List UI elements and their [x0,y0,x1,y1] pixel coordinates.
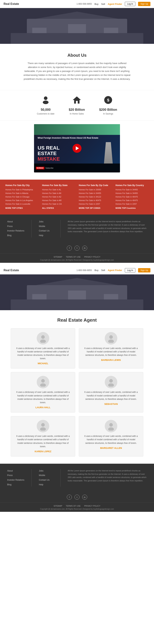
video-container[interactable]: What Foreign Investors Should Know About… [34,124,120,172]
city-link-2[interactable]: Homes For Sale in Chicago [5,195,39,199]
sitemap-link[interactable]: SITEMAP [54,256,62,258]
footer-contact-p2[interactable]: Contact Us [39,478,53,482]
svg-point-1 [43,100,49,104]
footer-investor-p2[interactable]: Investor Relations [7,478,24,482]
hero-banner [0,8,154,44]
sitemap-link-p2[interactable]: SITEMAP [54,505,62,507]
footer-nav-col2-p2: Jobs Mobile Contact Us Help [39,469,53,486]
video-channel-label: Subscribe [46,167,53,169]
footer-link-investor[interactable]: Investor Relations [7,229,24,233]
state-link-1[interactable]: Homes For Sale in AK [42,192,75,195]
video-brand: NOMAD [36,167,44,170]
agent-name-4[interactable]: KAREN LOPEZ [35,450,51,453]
nav-sell-p2[interactable]: Sell [101,269,105,272]
agent-name-5[interactable]: MARGARET ALLEN [100,447,122,449]
footer-help-p2[interactable]: Help [39,483,53,487]
copyright-text: Copyright @ domainname.com. All Rights R… [2,259,152,261]
terms-link[interactable]: TERMS OF USE [66,256,81,258]
svg-point-9 [108,340,114,343]
country-link-0[interactable]: Homes For Sale in 34455 [115,188,149,192]
zip-link-2[interactable]: Homes For Sale in 34122 [79,195,112,199]
svg-point-0 [44,96,48,100]
footer-link-about[interactable]: About [7,220,24,224]
footer-about-p2[interactable]: About [7,469,24,473]
facebook-icon[interactable]: f [67,246,72,250]
country-link-4[interactable]: Homes For Sale in 2207 [115,202,149,206]
stat-home-sales: $20 Billion In Home Sales [69,96,85,115]
footer-link-jobs[interactable]: Jobs [39,220,53,224]
footer-link-help[interactable]: Help [39,234,53,238]
instagram-icon[interactable]: in [82,246,87,250]
footer-link-mobile[interactable]: Mobile [39,224,53,228]
footer-link-press[interactable]: Press [7,224,24,228]
state-link-3[interactable]: Homes For Sale in AR [42,199,75,202]
zip-link-4[interactable]: Homes For Sale in 2207 [79,202,112,206]
facebook-icon-p2[interactable]: f [67,495,72,500]
agent-name-0[interactable]: MICHAEL [38,362,48,365]
signup-button-p2[interactable]: Sign Up [138,268,150,272]
bottom-footer: SITEMAP TERMS OF USE PRIVACY POLICY Copy… [0,253,154,263]
play-button[interactable] [73,144,81,153]
state-link-2[interactable]: Homes For Sale in AZ [42,195,75,199]
svg-point-14 [41,423,45,427]
more-cities-link[interactable]: MORE TOP CITIES [5,206,39,210]
city-link-4[interactable]: Homes For Sale in Louisville [5,202,39,206]
site-logo: Real Estate [4,2,19,6]
nav-sell[interactable]: Sell [101,3,105,5]
twitter-icon[interactable]: t [74,246,80,250]
homes-by-state: Homes For Sale By State Homes For Sale i… [42,184,75,210]
city-link-1[interactable]: Homes For Sale in Atlanta [5,192,39,195]
nav-buy[interactable]: Buy [95,3,98,5]
header-page2: Real Estate 1-800-568-8855 Buy Sell Agen… [0,266,154,274]
footer-link-contact[interactable]: Contact Us [39,229,53,233]
city-link-0[interactable]: Homes For Sale in Philadelphia [5,188,39,192]
twitter-icon-p2[interactable]: t [74,495,80,500]
about-title: About Us [14,53,140,58]
footer-divider-p2 [32,469,32,486]
more-zips-link[interactable]: MORE TOP ZIP CODES [79,206,112,210]
state-link-0[interactable]: Homes For Sale in AL [42,188,75,192]
agent-name-2[interactable]: LAURA HALL [36,406,50,409]
video-thumbnail[interactable]: What Foreign Investors Should Know About… [34,124,120,172]
nav-agent-finder-p2[interactable]: Agent Finder [108,269,122,272]
city-link-3[interactable]: Homes For Sale in Los Angeles [5,199,39,202]
country-link-2[interactable]: Homes For Sale in 40475 [115,195,149,199]
nav-agent-finder[interactable]: Agent Finder [108,3,122,5]
zip-link-3[interactable]: Homes For Sale in 40475 [79,199,112,202]
hero-banner-p2 [0,274,154,310]
login-button-p2[interactable]: Log In [125,268,135,272]
bottom-footer-p2: SITEMAP TERMS OF USE PRIVACY POLICY Copy… [0,502,154,512]
red-section-inner: Homes For Sale By City Homes For Sale in… [5,184,149,210]
agent-desc-2: It uses a dictionary of over Latin words… [15,390,71,404]
login-button[interactable]: Log In [125,2,135,6]
main-nav-p2: 1-800-568-8855 Buy Sell Agent Finder Log… [76,268,150,272]
footer-blog-p2[interactable]: Blog [7,483,24,487]
signup-button[interactable]: Sign Up [138,2,150,6]
country-link-1[interactable]: Homes For Sale in 34455 [115,192,149,195]
bottom-links-p2: SITEMAP TERMS OF USE PRIVACY POLICY [2,504,152,507]
svg-point-8 [109,335,113,339]
agent-name-3[interactable]: SEBASTIAN [104,403,118,405]
agent-avatar-0 [37,332,49,344]
privacy-link[interactable]: PRIVACY POLICY [84,256,100,258]
footer-jobs-p2[interactable]: Jobs [39,469,53,473]
agent-name-1[interactable]: BARBARA LEWIS [101,359,121,361]
terms-link-p2[interactable]: TERMS OF USE [66,505,81,507]
footer-link-blog[interactable]: Blog [7,234,24,238]
footer-mobile-p2[interactable]: Mobile [39,474,53,478]
svg-point-12 [109,379,113,383]
zip-link-1[interactable]: Homes For Sale in 34455 [79,192,112,195]
agent-avatar-4 [37,420,49,432]
instagram-icon-p2[interactable]: in [82,495,87,500]
nav-buy-p2[interactable]: Buy [95,269,98,272]
all-states-link[interactable]: ALL STATES [42,206,75,210]
main-nav: 1-800-568-8855 Buy Sell Agent Finder Log… [76,2,150,6]
footer-press-p2[interactable]: Press [7,474,24,478]
more-countries-link[interactable]: MORE TOP Countries [115,206,149,210]
country-link-3[interactable]: Homes For Sale in 40475 [115,199,149,202]
privacy-link-p2[interactable]: PRIVACY POLICY [84,505,100,507]
agent-card-1: It uses a dictionary of over Latin words… [79,328,143,369]
zip-link-0[interactable]: Homes For Sale in 33000 [79,188,112,192]
stat-savings-value: $200 Billion [99,108,117,112]
state-link-4[interactable]: Homes For Sale in CA [42,202,75,206]
